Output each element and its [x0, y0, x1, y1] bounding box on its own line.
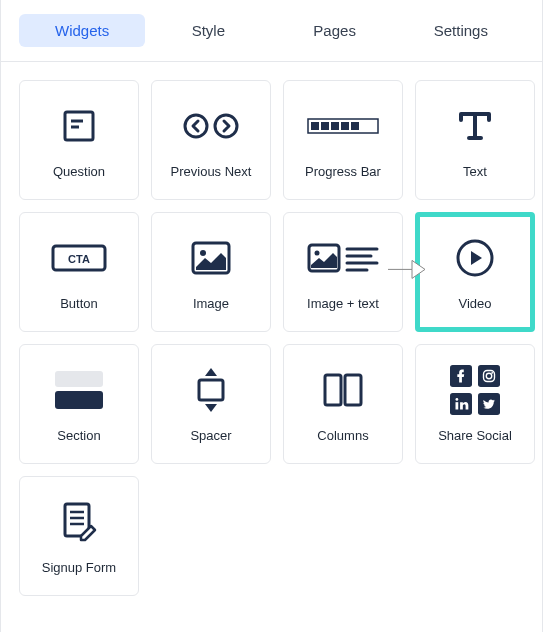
widget-label: Button [60, 296, 98, 311]
widget-label: Share Social [438, 428, 512, 443]
svg-rect-6 [311, 122, 319, 130]
widgets-grid: Question Previous Next [1, 62, 542, 614]
widget-label: Section [57, 428, 100, 443]
widget-button[interactable]: CTA Button [19, 212, 139, 332]
widget-progress-bar[interactable]: Progress Bar [283, 80, 403, 200]
widget-text[interactable]: Text [415, 80, 535, 200]
widget-section[interactable]: Section [19, 344, 139, 464]
text-icon [455, 102, 495, 150]
svg-rect-24 [345, 375, 361, 405]
widget-image[interactable]: Image [151, 212, 271, 332]
widget-label: Signup Form [42, 560, 116, 575]
widget-image-text[interactable]: Image + text [283, 212, 403, 332]
svg-rect-8 [331, 122, 339, 130]
svg-text:CTA: CTA [68, 253, 90, 265]
svg-point-32 [456, 398, 459, 401]
widget-question[interactable]: Question [19, 80, 139, 200]
signup-form-icon [57, 498, 101, 546]
svg-rect-7 [321, 122, 329, 130]
svg-point-4 [215, 115, 237, 137]
video-icon [454, 234, 496, 282]
pointer-arrow-icon [386, 256, 426, 282]
svg-rect-23 [325, 375, 341, 405]
columns-icon [321, 366, 365, 414]
widget-label: Progress Bar [305, 164, 381, 179]
spacer-icon [193, 366, 229, 414]
svg-rect-26 [478, 365, 500, 387]
widget-label: Question [53, 164, 105, 179]
tab-settings[interactable]: Settings [398, 14, 524, 47]
svg-point-14 [200, 250, 206, 256]
widget-columns[interactable]: Columns [283, 344, 403, 464]
widget-spacer[interactable]: Spacer [151, 344, 271, 464]
svg-point-16 [315, 250, 320, 255]
svg-rect-31 [456, 402, 459, 409]
tabs-bar: Widgets Style Pages Settings [1, 0, 542, 62]
widget-label: Previous Next [171, 164, 252, 179]
progress-bar-icon [307, 102, 379, 150]
widget-previous-next[interactable]: Previous Next [151, 80, 271, 200]
image-text-icon [307, 234, 379, 282]
tab-widgets[interactable]: Widgets [19, 14, 145, 47]
section-icon [55, 366, 103, 414]
tab-style[interactable]: Style [145, 14, 271, 47]
widget-label: Image + text [307, 296, 379, 311]
image-icon [191, 234, 231, 282]
widget-label: Columns [317, 428, 368, 443]
widget-signup-form[interactable]: Signup Form [19, 476, 139, 596]
button-icon: CTA [51, 234, 107, 282]
prev-next-icon [181, 102, 241, 150]
widget-label: Image [193, 296, 229, 311]
widget-label: Text [463, 164, 487, 179]
svg-point-29 [491, 371, 493, 373]
svg-rect-10 [351, 122, 359, 130]
widget-label: Video [458, 296, 491, 311]
svg-rect-22 [199, 380, 223, 400]
widget-share-social[interactable]: Share Social [415, 344, 535, 464]
question-icon [60, 102, 98, 150]
share-social-icon [450, 366, 500, 414]
widget-video[interactable]: Video [415, 212, 535, 332]
svg-point-3 [185, 115, 207, 137]
widget-label: Spacer [190, 428, 231, 443]
svg-rect-9 [341, 122, 349, 130]
tab-pages[interactable]: Pages [272, 14, 398, 47]
